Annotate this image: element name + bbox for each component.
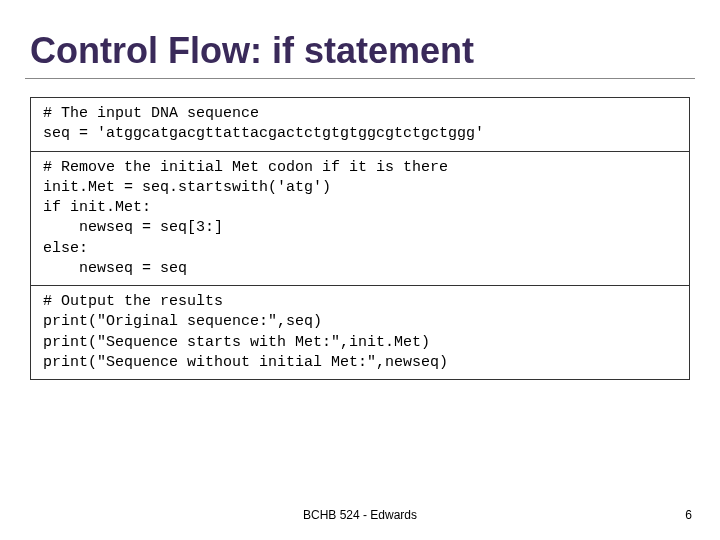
code-section-2: # Remove the initial Met codon if it is … (31, 152, 689, 287)
code-line: newseq = seq (43, 259, 677, 279)
code-box: # The input DNA sequence seq = 'atggcatg… (30, 97, 690, 380)
slide: Control Flow: if statement # The input D… (0, 0, 720, 540)
code-line: print("Original sequence:",seq) (43, 312, 677, 332)
code-line: # Output the results (43, 292, 677, 312)
code-line: if init.Met: (43, 198, 677, 218)
code-text: newseq = seq[3:] (79, 219, 223, 236)
code-line: newseq = seq[3:] (43, 218, 677, 238)
footer-text: BCHB 524 - Edwards (0, 508, 720, 522)
code-section-1: # The input DNA sequence seq = 'atggcatg… (31, 98, 689, 152)
code-line: seq = 'atggcatgacgttattacgactctgtgtggcgt… (43, 124, 677, 144)
code-line: init.Met = seq.startswith('atg') (43, 178, 677, 198)
code-text: newseq = seq (79, 260, 187, 277)
code-line: # Remove the initial Met codon if it is … (43, 158, 677, 178)
code-line: print("Sequence without initial Met:",ne… (43, 353, 677, 373)
slide-title: Control Flow: if statement (30, 30, 690, 72)
code-line: print("Sequence starts with Met:",init.M… (43, 333, 677, 353)
code-line: else: (43, 239, 677, 259)
title-underline (25, 78, 695, 79)
code-section-3: # Output the results print("Original seq… (31, 286, 689, 379)
page-number: 6 (685, 508, 692, 522)
code-line: # The input DNA sequence (43, 104, 677, 124)
